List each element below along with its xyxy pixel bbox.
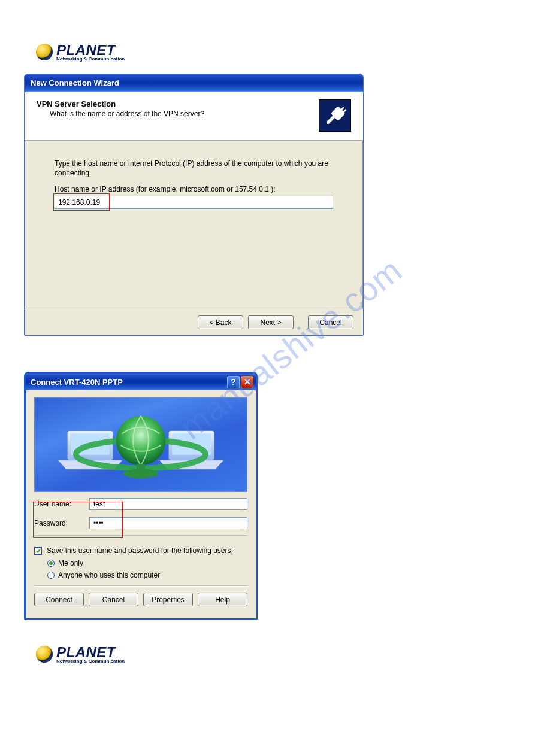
username-input[interactable]: test: [89, 498, 247, 510]
connect-button[interactable]: Connect: [34, 593, 84, 606]
wizard-instruction: Type the host name or Internet Protocol …: [55, 159, 333, 178]
check-icon: [35, 548, 41, 554]
planet-logo-top: PLANET Networking & Communication: [36, 42, 511, 62]
globe-icon: [36, 44, 53, 60]
logo-tagline: Networking & Communication: [56, 56, 125, 62]
dialog-banner: [34, 397, 247, 492]
properties-button[interactable]: Properties: [143, 593, 193, 606]
me-only-radio[interactable]: [47, 560, 55, 567]
host-ip-value: 192.168.0.19: [58, 198, 100, 207]
page-footer: PLANET Networking & Communication: [24, 644, 511, 664]
dialog-button-row: Connect Cancel Properties Help: [26, 587, 256, 615]
svg-point-10: [123, 469, 159, 478]
username-value: test: [93, 500, 105, 508]
wizard-titlebar: New Connection Wizard: [25, 74, 363, 92]
next-button[interactable]: Next >: [248, 315, 294, 329]
wizard-header: VPN Server Selection What is the name or…: [25, 92, 363, 141]
wizard-subheading: What is the name or address of the VPN s…: [37, 110, 204, 118]
svg-point-8: [116, 416, 166, 466]
me-only-label: Me only: [58, 559, 83, 567]
close-button[interactable]: ✕: [241, 376, 253, 388]
back-button[interactable]: < Back: [198, 315, 243, 329]
dialog-title: Connect VRT-420N PPTP: [31, 378, 123, 387]
username-label: User name:: [34, 500, 89, 508]
vpn-banner-art: [35, 398, 247, 491]
password-input[interactable]: ••••: [89, 517, 247, 529]
wizard-input-label: Host name or IP address (for example, mi…: [55, 185, 333, 193]
wizard-window-title: New Connection Wizard: [31, 78, 119, 87]
help-dialog-button[interactable]: Help: [198, 593, 247, 606]
cancel-dialog-button[interactable]: Cancel: [89, 593, 138, 606]
globe-icon: [36, 646, 53, 663]
host-ip-input[interactable]: 192.168.0.19: [55, 196, 333, 209]
wizard-button-row: < Back Next > Cancel: [25, 309, 363, 335]
new-connection-wizard-window: New Connection Wizard VPN Server Selecti…: [24, 74, 364, 336]
cancel-button[interactable]: Cancel: [308, 315, 353, 329]
dialog-titlebar: Connect VRT-420N PPTP ? ✕: [26, 374, 256, 390]
footer-logo-tagline: Networking & Communication: [56, 658, 125, 664]
save-credentials-checkbox[interactable]: [34, 547, 42, 555]
password-label: Password:: [34, 519, 89, 527]
anyone-radio[interactable]: [47, 572, 55, 579]
save-credentials-label: Save this user name and password for the…: [46, 546, 234, 555]
wizard-body: Type the host name or Internet Protocol …: [25, 141, 363, 209]
password-value: ••••: [93, 519, 104, 527]
connect-dialog: Connect VRT-420N PPTP ? ✕: [24, 372, 258, 620]
wizard-heading: VPN Server Selection: [37, 99, 204, 108]
help-button[interactable]: ?: [227, 376, 240, 388]
anyone-label: Anyone who uses this computer: [58, 571, 160, 579]
vpn-plug-icon: [319, 99, 351, 132]
